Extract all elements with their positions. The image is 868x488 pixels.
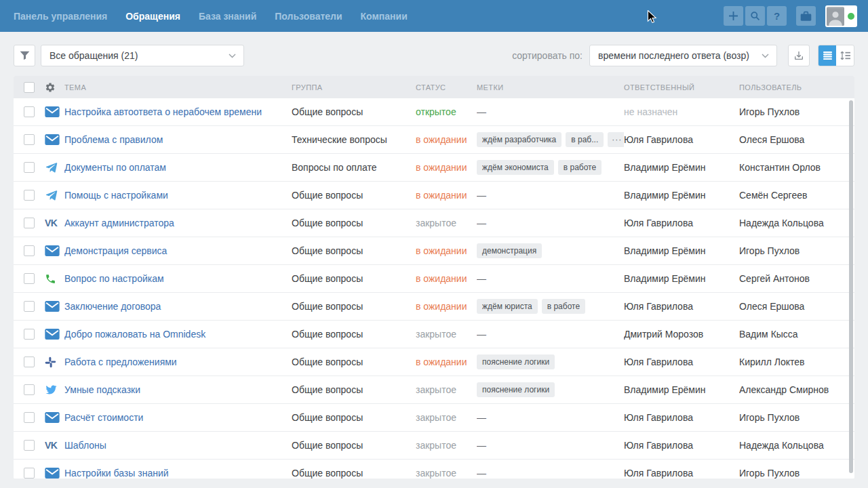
select-all-checkbox[interactable]: [24, 82, 35, 93]
ticket-user: Игорь Пухлов: [739, 412, 854, 423]
ticket-tags: —: [477, 190, 624, 201]
ticket-tags: —: [477, 468, 624, 479]
table-row: Документы по оплатамВопросы по оплатев о…: [14, 154, 854, 182]
row-checkbox[interactable]: [24, 273, 35, 284]
tag[interactable]: пояснение логики: [477, 354, 555, 369]
ticket-topic-link[interactable]: Настройка автоответа о нерабочем времени: [64, 106, 262, 117]
telegram-channel-icon: [45, 189, 58, 201]
tag[interactable]: демонстрация: [477, 243, 542, 258]
ticket-tags: —: [477, 218, 624, 228]
ticket-topic-link[interactable]: Расчёт стоимости: [64, 412, 143, 423]
ticket-topic-link[interactable]: Умные подсказки: [64, 384, 140, 395]
search-button[interactable]: [745, 6, 765, 26]
ticket-user: Семён Сергеев: [739, 190, 854, 201]
search-icon: [750, 11, 760, 21]
no-tags-dash: —: [477, 218, 486, 228]
ticket-assignee: Дмитрий Морозов: [624, 329, 739, 340]
tag[interactable]: ждём юриста: [477, 299, 538, 314]
ticket-assignee: Юля Гаврилова: [624, 468, 739, 479]
ticket-topic-link[interactable]: Настройки базы знаний: [64, 468, 169, 479]
tags-overflow[interactable]: ···: [608, 132, 624, 147]
row-checkbox[interactable]: [24, 106, 35, 117]
gear-icon[interactable]: [45, 82, 56, 93]
vertical-scrollbar[interactable]: [849, 100, 853, 473]
chevron-down-icon: [229, 54, 236, 58]
table-body: Настройка автоответа о нерабочем времени…: [14, 98, 854, 479]
row-checkbox[interactable]: [24, 162, 35, 173]
cases-table: ТЕМА ГРУППА СТАТУС МЕТКИ ОТВЕТСТВЕННЫЙ П…: [14, 76, 854, 479]
tag[interactable]: в раб...: [566, 132, 604, 147]
question-icon: ?: [774, 10, 780, 22]
list-view-icon: [823, 52, 832, 60]
ticket-tags: ждём юристав работе: [477, 299, 624, 314]
ticket-assignee: Владимир Ерёмин: [624, 273, 739, 284]
ticket-topic-link[interactable]: Работа с предложениями: [64, 357, 177, 367]
email-channel-icon: [45, 329, 60, 340]
nav-item-knowledge-base[interactable]: База знаний: [199, 11, 256, 22]
ticket-status: закрытое: [416, 384, 477, 395]
ticket-topic-link[interactable]: Помощь с настройками: [64, 190, 168, 201]
compact-view-button[interactable]: [836, 45, 854, 66]
add-button[interactable]: [724, 6, 743, 26]
row-checkbox[interactable]: [24, 440, 35, 451]
nav-item-companies[interactable]: Компании: [361, 11, 408, 22]
list-view-button[interactable]: [818, 45, 836, 66]
tag[interactable]: пояснение логики: [477, 382, 555, 397]
nav-item-dashboard[interactable]: Панель управления: [14, 11, 107, 22]
row-checkbox[interactable]: [24, 134, 35, 145]
ticket-status: в ожидании: [416, 357, 477, 367]
row-checkbox[interactable]: [24, 412, 35, 423]
tag[interactable]: ждём экономиста: [477, 160, 554, 175]
sort-by-label: сортировать по:: [512, 50, 583, 61]
ticket-group: Общие вопросы: [292, 218, 416, 228]
ticket-group: Общие вопросы: [292, 384, 416, 395]
row-checkbox[interactable]: [24, 384, 35, 395]
cases-filter-select[interactable]: Все обращения (21): [41, 45, 244, 66]
ticket-topic-link[interactable]: Заключение договора: [64, 301, 161, 312]
download-icon: [793, 50, 804, 61]
briefcase-button[interactable]: [796, 6, 816, 26]
filter-button[interactable]: [14, 45, 35, 66]
ticket-tags: демонстрация: [477, 243, 624, 258]
ticket-topic-link[interactable]: Вопрос по настройкам: [64, 273, 164, 284]
ticket-group: Общие вопросы: [292, 329, 416, 340]
ticket-status: в ожидании: [416, 301, 477, 312]
row-checkbox[interactable]: [24, 329, 35, 340]
row-checkbox[interactable]: [24, 357, 35, 367]
help-button[interactable]: ?: [767, 6, 787, 26]
ticket-tags: —: [477, 273, 624, 284]
ticket-topic-link[interactable]: Проблема с правилом: [64, 134, 163, 145]
ticket-topic-link[interactable]: Документы по оплатам: [64, 162, 166, 173]
row-checkbox[interactable]: [24, 245, 35, 256]
column-user: ПОЛЬЗОВАТЕЛЬ: [739, 83, 854, 92]
export-button[interactable]: [788, 45, 810, 66]
plus-icon: [729, 12, 738, 20]
ticket-topic-link[interactable]: Демонстрация сервиса: [64, 245, 167, 256]
ticket-group: Общие вопросы: [292, 245, 416, 256]
nav-actions: ?: [722, 5, 857, 27]
ticket-assignee: Владимир Ерёмин: [624, 384, 739, 395]
column-topic: ТЕМА: [64, 83, 292, 92]
row-checkbox[interactable]: [24, 218, 35, 228]
row-checkbox[interactable]: [24, 190, 35, 201]
ticket-tags: пояснение логики: [477, 382, 624, 397]
table-row: Настройки базы знанийОбщие вопросызакрыт…: [14, 460, 854, 479]
ticket-topic-link[interactable]: Добро пожаловать на Omnidesk: [64, 329, 205, 340]
tag[interactable]: в работе: [558, 160, 601, 175]
user-menu[interactable]: [825, 5, 857, 27]
tag[interactable]: ждём разработчика: [477, 132, 561, 147]
row-checkbox[interactable]: [24, 468, 35, 479]
ticket-group: Вопросы по оплате: [292, 162, 416, 173]
no-tags-dash: —: [477, 273, 486, 284]
sort-select[interactable]: времени последнего ответа (возр): [589, 45, 777, 66]
ticket-topic-link[interactable]: Аккаунт администратора: [64, 218, 174, 228]
tag[interactable]: в работе: [542, 299, 585, 314]
nav-item-cases[interactable]: Обращения: [125, 11, 180, 22]
nav-item-users[interactable]: Пользователи: [275, 11, 342, 22]
ticket-topic-link[interactable]: Шаблоны: [64, 440, 106, 451]
ticket-user: Сергей Антонов: [739, 273, 854, 284]
toolbar: Все обращения (21) сортировать по: време…: [0, 32, 868, 66]
row-checkbox[interactable]: [24, 301, 35, 312]
ticket-tags: —: [477, 329, 624, 340]
table-row: Настройка автоответа о нерабочем времени…: [14, 98, 854, 126]
